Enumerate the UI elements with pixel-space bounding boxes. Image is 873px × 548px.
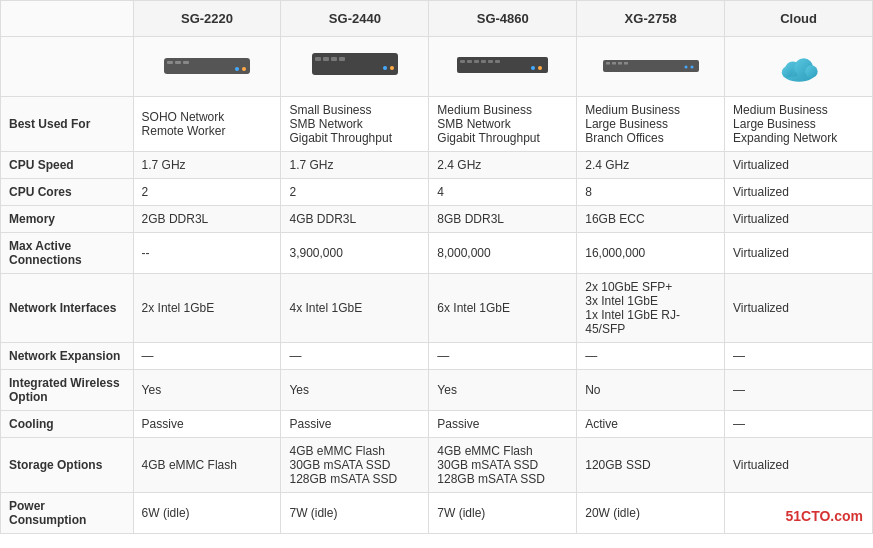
svg-rect-0 bbox=[164, 58, 250, 74]
cell-sg2220: 1.7 GHz bbox=[133, 152, 281, 179]
cell-cloud: Virtualized bbox=[725, 206, 873, 233]
image-label-cell bbox=[1, 37, 134, 97]
cell-sg2440: 4x Intel 1GbE bbox=[281, 274, 429, 343]
table-row: CPU Cores2248Virtualized bbox=[1, 179, 873, 206]
svg-rect-9 bbox=[331, 57, 337, 61]
sg4860-device-image bbox=[455, 50, 550, 83]
cell-sg2440: 4GB eMMC Flash30GB mSATA SSD128GB mSATA … bbox=[281, 438, 429, 493]
sg2220-device-image bbox=[162, 50, 252, 83]
svg-rect-7 bbox=[315, 57, 321, 61]
cell-xg2758: 16,000,000 bbox=[577, 233, 725, 274]
svg-rect-17 bbox=[481, 60, 486, 63]
svg-point-32 bbox=[805, 65, 817, 77]
cell-sg2220: — bbox=[133, 343, 281, 370]
cell-sg4860: 6x Intel 1GbE bbox=[429, 274, 577, 343]
table-row: Best Used ForSOHO NetworkRemote WorkerSm… bbox=[1, 97, 873, 152]
svg-rect-2 bbox=[175, 61, 181, 64]
cell-sg4860: 8,000,000 bbox=[429, 233, 577, 274]
svg-rect-1 bbox=[167, 61, 173, 64]
cell-cloud: Virtualized bbox=[725, 152, 873, 179]
svg-rect-6 bbox=[312, 53, 398, 75]
table-row: Max Active Connections--3,900,0008,000,0… bbox=[1, 233, 873, 274]
cell-cloud: Virtualized bbox=[725, 233, 873, 274]
cell-sg2220: 2 bbox=[133, 179, 281, 206]
cell-xg2758: Medium BusinessLarge BusinessBranch Offi… bbox=[577, 97, 725, 152]
cell-sg4860: 4GB eMMC Flash30GB mSATA SSD128GB mSATA … bbox=[429, 438, 577, 493]
comparison-table: SG-2220 SG-2440 SG-4860 XG-2758 Cloud bbox=[0, 0, 873, 534]
sg2220-image-cell bbox=[133, 37, 281, 97]
sg2440-image-cell bbox=[281, 37, 429, 97]
cell-sg2440: Passive bbox=[281, 411, 429, 438]
cell-sg2220: 4GB eMMC Flash bbox=[133, 438, 281, 493]
cell-sg4860: 8GB DDR3L bbox=[429, 206, 577, 233]
svg-point-28 bbox=[690, 65, 693, 68]
xg2758-device-image bbox=[601, 53, 701, 81]
cell-sg4860: 7W (idle) bbox=[429, 493, 577, 534]
header-cloud: Cloud bbox=[725, 1, 873, 37]
svg-point-12 bbox=[390, 66, 394, 70]
table-row: Storage Options4GB eMMC Flash4GB eMMC Fl… bbox=[1, 438, 873, 493]
cell-cloud: Virtualized bbox=[725, 274, 873, 343]
cell-sg2220: 2x Intel 1GbE bbox=[133, 274, 281, 343]
table-row: Power Consumption6W (idle)7W (idle)7W (i… bbox=[1, 493, 873, 534]
cell-sg2440: 7W (idle) bbox=[281, 493, 429, 534]
svg-rect-14 bbox=[460, 60, 465, 63]
cell-xg2758: 2.4 GHz bbox=[577, 152, 725, 179]
row-label-cell: CPU Speed bbox=[1, 152, 134, 179]
row-label-cell: Integrated Wireless Option bbox=[1, 370, 134, 411]
svg-rect-8 bbox=[323, 57, 329, 61]
svg-rect-18 bbox=[488, 60, 493, 63]
cell-sg4860: 4 bbox=[429, 179, 577, 206]
cell-sg2440: 4GB DDR3L bbox=[281, 206, 429, 233]
cell-sg2440: 1.7 GHz bbox=[281, 152, 429, 179]
svg-point-4 bbox=[235, 67, 239, 71]
svg-point-33 bbox=[781, 67, 792, 78]
cell-cloud: — bbox=[725, 411, 873, 438]
cloud-image-cell bbox=[725, 37, 873, 97]
cell-sg2440: Small BusinessSMB NetworkGigabit Through… bbox=[281, 97, 429, 152]
cell-sg4860: — bbox=[429, 343, 577, 370]
cell-sg2220: 6W (idle) bbox=[133, 493, 281, 534]
cell-sg4860: 2.4 GHz bbox=[429, 152, 577, 179]
cell-sg4860: Yes bbox=[429, 370, 577, 411]
cell-sg4860: Medium BusinessSMB NetworkGigabit Throug… bbox=[429, 97, 577, 152]
row-label-cell: Network Expansion bbox=[1, 343, 134, 370]
header-xg2758: XG-2758 bbox=[577, 1, 725, 37]
cell-sg2220: -- bbox=[133, 233, 281, 274]
device-image-row bbox=[1, 37, 873, 97]
header-sg2440: SG-2440 bbox=[281, 1, 429, 37]
row-label-cell: Cooling bbox=[1, 411, 134, 438]
sg2440-device-image bbox=[310, 48, 400, 86]
cell-xg2758: 2x 10GbE SFP+3x Intel 1GbE1x Intel 1GbE … bbox=[577, 274, 725, 343]
row-label-cell: Network Interfaces bbox=[1, 274, 134, 343]
header-label-col bbox=[1, 1, 134, 37]
table-row: CPU Speed1.7 GHz1.7 GHz2.4 GHz2.4 GHzVir… bbox=[1, 152, 873, 179]
cell-xg2758: 120GB SSD bbox=[577, 438, 725, 493]
cell-xg2758: Active bbox=[577, 411, 725, 438]
table-row: Integrated Wireless OptionYesYesYesNo— bbox=[1, 370, 873, 411]
svg-rect-19 bbox=[495, 60, 500, 63]
cell-xg2758: 8 bbox=[577, 179, 725, 206]
sg4860-image-cell bbox=[429, 37, 577, 97]
cloud-device-image bbox=[774, 49, 824, 84]
svg-point-5 bbox=[242, 67, 246, 71]
cell-sg2220: 2GB DDR3L bbox=[133, 206, 281, 233]
cell-xg2758: 16GB ECC bbox=[577, 206, 725, 233]
table-row: Memory2GB DDR3L4GB DDR3L8GB DDR3L16GB EC… bbox=[1, 206, 873, 233]
cell-sg2440: 2 bbox=[281, 179, 429, 206]
watermark-text: 51CTO.com bbox=[785, 508, 863, 524]
header-row: SG-2220 SG-2440 SG-4860 XG-2758 Cloud bbox=[1, 1, 873, 37]
cell-sg4860: Passive bbox=[429, 411, 577, 438]
cell-cloud: Virtualized bbox=[725, 179, 873, 206]
cell-cloud: Virtualized bbox=[725, 438, 873, 493]
cell-sg2220: Yes bbox=[133, 370, 281, 411]
svg-point-11 bbox=[383, 66, 387, 70]
svg-rect-16 bbox=[474, 60, 479, 63]
table-row: Network Interfaces2x Intel 1GbE4x Intel … bbox=[1, 274, 873, 343]
cell-xg2758: No bbox=[577, 370, 725, 411]
svg-rect-3 bbox=[183, 61, 189, 64]
svg-rect-15 bbox=[467, 60, 472, 63]
svg-point-20 bbox=[531, 66, 535, 70]
svg-rect-26 bbox=[624, 62, 628, 65]
row-label-cell: Power Consumption bbox=[1, 493, 134, 534]
